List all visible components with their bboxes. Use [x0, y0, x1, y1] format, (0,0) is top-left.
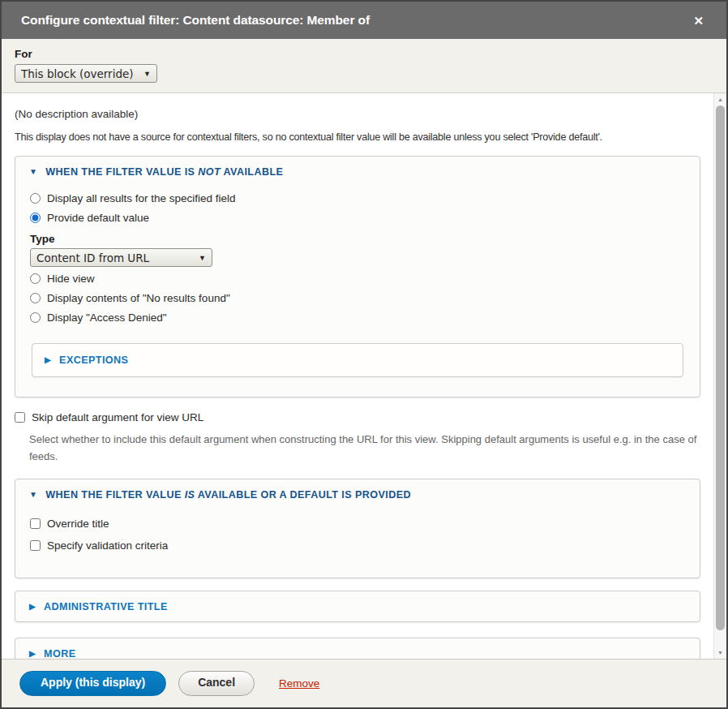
display-note-text: This display does not have a source for … — [15, 131, 700, 143]
radio-row: Display all results for the specified fi… — [30, 191, 685, 206]
fieldset-exceptions: ▶EXCEPTIONS — [32, 343, 683, 377]
fieldset-administrative-title-legend[interactable]: ▶ADMINISTRATIVE TITLE — [15, 591, 700, 621]
legend-text: WHEN THE FILTER VALUE IS — [45, 166, 198, 178]
remove-link[interactable]: Remove — [279, 677, 319, 690]
radio-row: Display contents of "No results found" — [30, 290, 685, 306]
checkbox-row: Specify validation criteria — [30, 538, 685, 553]
fieldset-body: Display all results for the specified fi… — [15, 191, 700, 397]
fieldset-filter-available: ▼WHEN THE FILTER VALUE IS AVAILABLE OR A… — [15, 479, 700, 578]
checkbox-row: Override title — [30, 516, 685, 531]
radio-label[interactable]: Display contents of "No results found" — [47, 292, 230, 304]
legend-text: AVAILABLE OR A DEFAULT IS PROVIDED — [195, 489, 411, 501]
checkbox-override-title[interactable] — [30, 518, 41, 529]
legend-text: ADMINISTRATIVE TITLE — [44, 601, 168, 612]
for-select[interactable]: This block (override) — [15, 64, 157, 83]
radio-label[interactable]: Display all results for the specified fi… — [47, 192, 236, 204]
dialog-body: (No description available) This display … — [2, 93, 726, 659]
for-label: For — [15, 48, 713, 60]
expand-arrow-icon: ▶ — [29, 649, 36, 658]
legend-emphasis: IS — [185, 489, 195, 501]
no-description-text: (No description available) — [15, 108, 700, 120]
form-content: (No description available) This display … — [2, 93, 713, 659]
for-select-wrap: This block (override) ▼ — [15, 64, 157, 83]
fieldset-filter-not-available: ▼WHEN THE FILTER VALUE IS NOT AVAILABLE … — [15, 156, 700, 397]
legend-text: AVAILABLE — [221, 166, 283, 178]
collapse-arrow-icon: ▼ — [29, 490, 37, 499]
close-icon[interactable]: ✕ — [690, 11, 707, 30]
radio-display-all-results[interactable] — [30, 193, 41, 204]
skip-default-description: Select whether to include this default a… — [29, 431, 700, 466]
type-label: Type — [30, 233, 685, 245]
scrollbar-thumb[interactable] — [716, 105, 725, 630]
checkbox-specify-validation[interactable] — [30, 540, 41, 551]
radio-row: Display "Access Denied" — [30, 310, 685, 325]
radio-label[interactable]: Hide view — [47, 273, 95, 285]
checkbox-row-skip-default: Skip default argument for view URL — [15, 410, 700, 425]
expand-arrow-icon: ▶ — [45, 355, 51, 364]
collapse-arrow-icon: ▼ — [29, 167, 37, 176]
legend-text: EXCEPTIONS — [59, 354, 128, 366]
legend-text: WHEN THE FILTER VALUE — [45, 489, 184, 501]
radio-row: Hide view — [30, 271, 685, 286]
fieldset-administrative-title: ▶ADMINISTRATIVE TITLE — [15, 591, 700, 622]
dialog-title: Configure contextual filter: Content dat… — [21, 13, 370, 28]
cancel-button[interactable]: Cancel — [178, 671, 255, 695]
for-section: For This block (override) ▼ — [2, 39, 726, 93]
fieldset-body: Override title Specify validation criter… — [15, 516, 700, 578]
type-select[interactable]: Content ID from URL — [30, 248, 212, 267]
scroll-up-icon[interactable]: ▲ — [714, 93, 726, 105]
apply-button[interactable]: Apply (this display) — [19, 671, 166, 695]
expand-arrow-icon: ▶ — [29, 602, 36, 611]
type-select-wrap: Content ID from URL ▼ — [30, 248, 212, 267]
dialog-titlebar: Configure contextual filter: Content dat… — [2, 2, 726, 39]
contextual-filter-dialog: Configure contextual filter: Content dat… — [0, 0, 728, 709]
dialog-footer: Apply (this display) Cancel Remove — [2, 659, 726, 707]
checkbox-label[interactable]: Skip default argument for view URL — [32, 411, 203, 423]
radio-label[interactable]: Provide default value — [47, 212, 149, 224]
radio-hide-view[interactable] — [30, 273, 41, 284]
scrollbar-track[interactable] — [714, 105, 726, 647]
legend-text: MORE — [44, 648, 75, 659]
fieldset-filter-available-legend[interactable]: ▼WHEN THE FILTER VALUE IS AVAILABLE OR A… — [15, 479, 700, 509]
vertical-scrollbar[interactable]: ▲ ▼ — [713, 93, 726, 659]
fieldset-more-legend[interactable]: ▶MORE — [15, 638, 700, 659]
legend-emphasis: NOT — [198, 166, 221, 178]
scroll-down-icon[interactable]: ▼ — [714, 647, 726, 659]
checkbox-skip-default-argument[interactable] — [15, 412, 25, 423]
fieldset-more: ▶MORE — [15, 638, 700, 659]
radio-access-denied[interactable] — [30, 312, 41, 323]
checkbox-label[interactable]: Override title — [47, 518, 109, 530]
fieldset-filter-not-available-legend[interactable]: ▼WHEN THE FILTER VALUE IS NOT AVAILABLE — [15, 157, 700, 187]
radio-row: Provide default value — [30, 210, 685, 226]
radio-no-results-found[interactable] — [30, 293, 41, 303]
radio-provide-default-value[interactable] — [30, 213, 41, 223]
radio-label[interactable]: Display "Access Denied" — [47, 312, 167, 324]
checkbox-label[interactable]: Specify validation criteria — [47, 539, 168, 552]
fieldset-exceptions-legend[interactable]: ▶EXCEPTIONS — [32, 344, 683, 376]
